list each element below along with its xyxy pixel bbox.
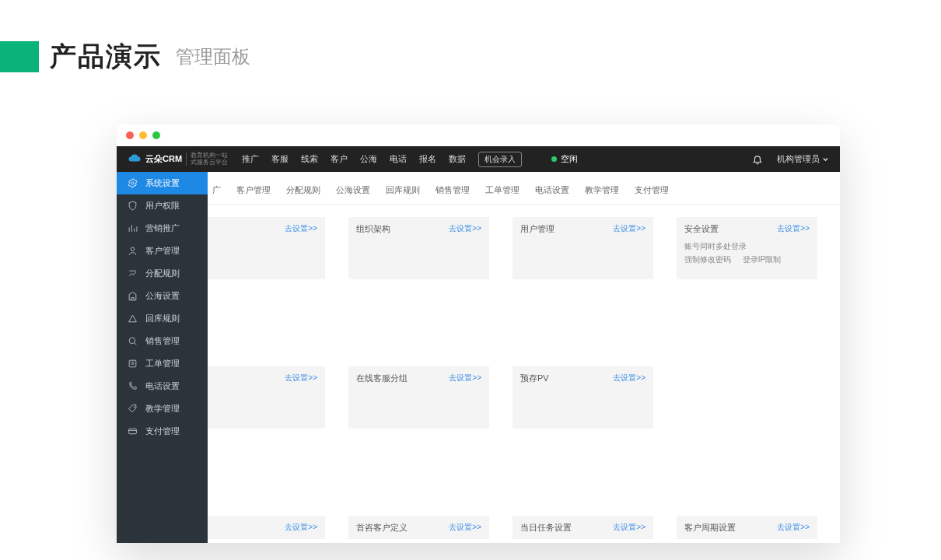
tab-customer[interactable]: 客户管理 <box>230 181 277 199</box>
card-link[interactable]: 去设置>> <box>613 522 645 533</box>
tag-icon <box>128 404 138 414</box>
user-menu[interactable]: 机构管理员 <box>777 153 829 165</box>
sidebar-label: 客户管理 <box>145 245 180 257</box>
tab-promo[interactable]: 广 <box>208 181 227 199</box>
sidebar: 系统设置 用户权限 营销推广 客户管理 分配规则 公海设置 <box>117 172 208 543</box>
sidebar-label: 分配规则 <box>145 268 180 279</box>
sub-item: 强制修改密码 <box>684 253 731 266</box>
bell-icon[interactable] <box>752 154 763 165</box>
settings-card-pv: 预存PV 去设置>> <box>512 366 653 429</box>
card-link[interactable]: 去设置>> <box>449 223 481 234</box>
sidebar-item-pool[interactable]: 公海设置 <box>117 285 208 307</box>
svg-point-0 <box>131 182 134 184</box>
card-title: 组织架构 <box>356 224 390 233</box>
ticket-icon <box>128 359 138 369</box>
slide-title-bar: 产品演示 管理面板 <box>0 39 250 75</box>
record-opportunity-button[interactable]: 机会录入 <box>478 152 522 167</box>
sidebar-item-ticket[interactable]: 工单管理 <box>117 352 208 375</box>
user-label-text: 机构管理员 <box>777 153 820 165</box>
card-title: 安全设置 <box>684 224 719 233</box>
accent-block <box>0 41 39 72</box>
slide-title: 产品演示 <box>50 39 162 75</box>
nav-phone[interactable]: 电话 <box>387 151 410 167</box>
nav-signup[interactable]: 报名 <box>416 151 439 167</box>
logo-tagline: 教育机构一站式服务云平台 <box>186 152 228 166</box>
settings-card: 置 去设置>> <box>208 366 325 429</box>
tab-ticket[interactable]: 工单管理 <box>479 181 526 199</box>
tab-phone[interactable]: 电话设置 <box>529 181 575 199</box>
maximize-dot[interactable] <box>152 131 160 139</box>
tab-teach[interactable]: 教学管理 <box>579 181 625 199</box>
settings-card-task: 当日任务设置 去设置>> <box>512 516 653 539</box>
card-link[interactable]: 去设置>> <box>285 223 317 234</box>
card-title: 预存PV <box>520 373 549 383</box>
sidebar-item-permissions[interactable]: 用户权限 <box>117 194 208 217</box>
status-text: 空闲 <box>561 153 578 165</box>
card-link[interactable]: 去设置>> <box>613 223 645 234</box>
card-link[interactable]: 去设置>> <box>285 373 317 383</box>
sidebar-item-return[interactable]: 回库规则 <box>117 307 208 330</box>
card-icon <box>128 426 138 436</box>
card-link[interactable]: 去设置>> <box>613 373 645 383</box>
sidebar-item-customer[interactable]: 客户管理 <box>117 240 208 262</box>
sub-item: 登录IP限制 <box>743 253 781 266</box>
sidebar-label: 教学管理 <box>145 403 180 415</box>
sidebar-item-payment[interactable]: 支付管理 <box>117 420 208 443</box>
nav-service[interactable]: 客服 <box>268 151 292 167</box>
svg-point-2 <box>129 338 135 344</box>
settings-card-org: 组织架构 去设置>> <box>348 217 489 279</box>
sidebar-item-sales[interactable]: 销售管理 <box>117 330 208 352</box>
sidebar-label: 支付管理 <box>145 425 180 437</box>
card-title: 用户管理 <box>520 224 554 233</box>
settings-card-cycle: 客户周期设置 去设置>> <box>677 516 817 539</box>
svg-point-1 <box>131 247 134 250</box>
sidebar-item-teach[interactable]: 教学管理 <box>117 397 208 420</box>
sidebar-item-phone[interactable]: 电话设置 <box>117 375 208 397</box>
settings-card-users: 用户管理 去设置>> <box>512 217 653 279</box>
svg-point-4 <box>134 407 135 408</box>
sidebar-label: 电话设置 <box>145 380 180 392</box>
tab-assign[interactable]: 分配规则 <box>280 181 327 199</box>
sidebar-label: 系统设置 <box>145 177 180 189</box>
status-indicator[interactable]: 空闲 <box>551 153 578 165</box>
tab-pool[interactable]: 公海设置 <box>330 181 376 199</box>
settings-card-first: 首咨客户定义 去设置>> <box>348 516 489 539</box>
sidebar-item-system[interactable]: 系统设置 <box>117 172 208 194</box>
close-dot[interactable] <box>126 131 134 139</box>
sidebar-label: 销售管理 <box>145 335 180 347</box>
tab-payment[interactable]: 支付管理 <box>628 181 675 199</box>
app-body: 系统设置 用户权限 营销推广 客户管理 分配规则 公海设置 <box>117 172 840 543</box>
svg-rect-5 <box>129 429 137 434</box>
nav-customer[interactable]: 客户 <box>327 151 351 167</box>
card-link[interactable]: 去设置>> <box>449 373 481 383</box>
card-link[interactable]: 去设置>> <box>449 522 481 533</box>
sidebar-item-assign[interactable]: 分配规则 <box>117 262 208 285</box>
card-title: 当日任务设置 <box>520 523 572 532</box>
sidebar-item-marketing[interactable]: 营销推广 <box>117 217 208 240</box>
card-link[interactable]: 去设置>> <box>777 223 810 234</box>
sidebar-label: 工单管理 <box>145 358 180 369</box>
tab-sales[interactable]: 销售管理 <box>429 181 476 199</box>
chevron-down-icon <box>822 156 829 163</box>
nav-leads[interactable]: 线索 <box>298 151 321 167</box>
card-title: 客户周期设置 <box>684 523 736 532</box>
sales-icon <box>128 336 138 346</box>
cloud-logo-icon <box>128 153 142 166</box>
settings-icon <box>128 178 138 188</box>
window-chrome <box>117 124 840 146</box>
user-icon <box>128 246 138 256</box>
card-sub: 账号同时多处登录 强制修改密码 登录IP限制 <box>684 240 810 266</box>
nav-pool[interactable]: 公海 <box>357 151 380 167</box>
triangle-icon <box>128 313 138 324</box>
chart-icon <box>128 223 138 233</box>
card-link[interactable]: 去设置>> <box>285 522 317 533</box>
settings-card: 去设置>> <box>208 217 325 279</box>
tab-return[interactable]: 回库规则 <box>380 181 426 199</box>
nav-promo[interactable]: 推广 <box>239 151 262 167</box>
minimize-dot[interactable] <box>139 131 147 139</box>
logo[interactable]: 云朵CRM 教育机构一站式服务云平台 <box>128 152 228 166</box>
slide-subtitle: 管理面板 <box>176 44 250 69</box>
card-link[interactable]: 去设置>> <box>777 522 810 533</box>
nav-data[interactable]: 数据 <box>446 151 469 167</box>
app-window: 云朵CRM 教育机构一站式服务云平台 推广 客服 线索 客户 公海 电话 报名 … <box>117 124 840 543</box>
